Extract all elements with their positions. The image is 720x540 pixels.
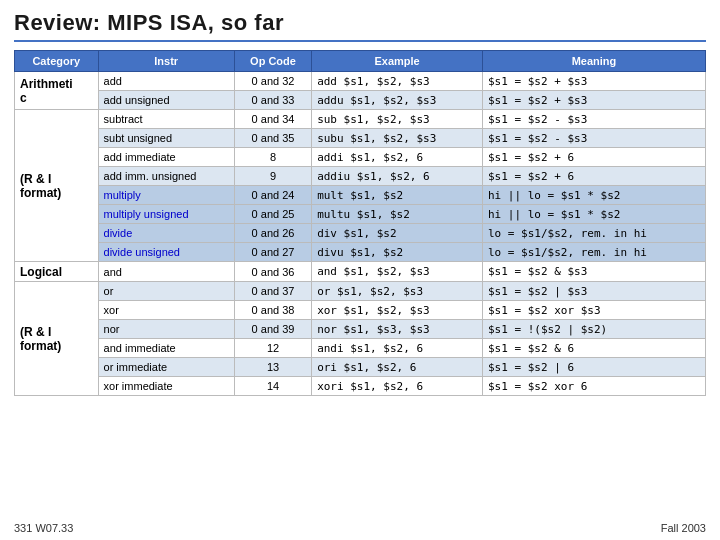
instr-cell: xor [98, 301, 234, 320]
col-header-instr: Instr [98, 51, 234, 72]
meaning-cell: $s1 = $s2 xor $s3 [482, 301, 705, 320]
category-cell: (R & Iformat) [15, 282, 99, 396]
example-cell: div $s1, $s2 [312, 224, 483, 243]
instr-cell: add immediate [98, 148, 234, 167]
col-header-meaning: Meaning [482, 51, 705, 72]
instr-cell: or immediate [98, 358, 234, 377]
meaning-cell: $s1 = !($s2 | $s2) [482, 320, 705, 339]
opcode-cell: 12 [234, 339, 311, 358]
example-cell: mult $s1, $s2 [312, 186, 483, 205]
instr-cell: add [98, 72, 234, 91]
meaning-cell: $s1 = $s2 | 6 [482, 358, 705, 377]
table-row: (R & Iformat)or0 and 37or $s1, $s2, $s3$… [15, 282, 706, 301]
table-row: nor0 and 39nor $s1, $s3, $s3$s1 = !($s2 … [15, 320, 706, 339]
table-header-row: Category Instr Op Code Example Meaning [15, 51, 706, 72]
instr-cell: add imm. unsigned [98, 167, 234, 186]
page-title: Review: MIPS ISA, so far [14, 10, 284, 36]
table-row: or immediate13ori $s1, $s2, 6$s1 = $s2 |… [15, 358, 706, 377]
opcode-cell: 0 and 25 [234, 205, 311, 224]
category-cell: Logical [15, 262, 99, 282]
instr-cell: divide [98, 224, 234, 243]
instr-cell: xor immediate [98, 377, 234, 396]
opcode-cell: 0 and 33 [234, 91, 311, 110]
opcode-cell: 0 and 36 [234, 262, 311, 282]
col-header-category: Category [15, 51, 99, 72]
footer: 331 W07.33 Fall 2003 [14, 522, 706, 534]
example-cell: or $s1, $s2, $s3 [312, 282, 483, 301]
table-row: add immediate8addi $s1, $s2, 6$s1 = $s2 … [15, 148, 706, 167]
opcode-cell: 0 and 35 [234, 129, 311, 148]
example-cell: nor $s1, $s3, $s3 [312, 320, 483, 339]
instr-cell: multiply [98, 186, 234, 205]
example-cell: add $s1, $s2, $s3 [312, 72, 483, 91]
table-row: add imm. unsigned9addiu $s1, $s2, 6$s1 =… [15, 167, 706, 186]
opcode-cell: 8 [234, 148, 311, 167]
opcode-cell: 9 [234, 167, 311, 186]
instr-cell: divide unsigned [98, 243, 234, 262]
category-cell: Arithmetic [15, 72, 99, 110]
meaning-cell: $s1 = $s2 & 6 [482, 339, 705, 358]
meaning-cell: $s1 = $s2 & $s3 [482, 262, 705, 282]
opcode-cell: 0 and 24 [234, 186, 311, 205]
example-cell: addu $s1, $s2, $s3 [312, 91, 483, 110]
meaning-cell: $s1 = $s2 + 6 [482, 148, 705, 167]
table-row: xor0 and 38xor $s1, $s2, $s3$s1 = $s2 xo… [15, 301, 706, 320]
opcode-cell: 0 and 39 [234, 320, 311, 339]
table-row: multiply0 and 24mult $s1, $s2hi || lo = … [15, 186, 706, 205]
instr-cell: multiply unsigned [98, 205, 234, 224]
meaning-cell: $s1 = $s2 + $s3 [482, 91, 705, 110]
table-row: Logicaland0 and 36and $s1, $s2, $s3$s1 =… [15, 262, 706, 282]
example-cell: divu $s1, $s2 [312, 243, 483, 262]
instr-cell: and immediate [98, 339, 234, 358]
meaning-cell: lo = $s1/$s2, rem. in hi [482, 243, 705, 262]
table-row: and immediate12andi $s1, $s2, 6$s1 = $s2… [15, 339, 706, 358]
opcode-cell: 13 [234, 358, 311, 377]
example-cell: addi $s1, $s2, 6 [312, 148, 483, 167]
example-cell: subu $s1, $s2, $s3 [312, 129, 483, 148]
opcode-cell: 0 and 32 [234, 72, 311, 91]
table-row: divide unsigned0 and 27divu $s1, $s2lo =… [15, 243, 706, 262]
example-cell: and $s1, $s2, $s3 [312, 262, 483, 282]
opcode-cell: 0 and 34 [234, 110, 311, 129]
example-cell: addiu $s1, $s2, 6 [312, 167, 483, 186]
instr-cell: subt unsigned [98, 129, 234, 148]
table-row: add unsigned0 and 33addu $s1, $s2, $s3$s… [15, 91, 706, 110]
meaning-cell: $s1 = $s2 - $s3 [482, 129, 705, 148]
col-header-example: Example [312, 51, 483, 72]
instr-cell: and [98, 262, 234, 282]
meaning-cell: $s1 = $s2 + 6 [482, 167, 705, 186]
instr-cell: nor [98, 320, 234, 339]
example-cell: andi $s1, $s2, 6 [312, 339, 483, 358]
table-row: xor immediate14xori $s1, $s2, 6$s1 = $s2… [15, 377, 706, 396]
opcode-cell: 14 [234, 377, 311, 396]
meaning-cell: lo = $s1/$s2, rem. in hi [482, 224, 705, 243]
instr-cell: add unsigned [98, 91, 234, 110]
meaning-cell: $s1 = $s2 | $s3 [482, 282, 705, 301]
isa-table: Category Instr Op Code Example Meaning A… [14, 50, 706, 396]
meaning-cell: $s1 = $s2 - $s3 [482, 110, 705, 129]
table-row: (R & Iformat)subtract0 and 34sub $s1, $s… [15, 110, 706, 129]
example-cell: ori $s1, $s2, 6 [312, 358, 483, 377]
title-bar: Review: MIPS ISA, so far [14, 10, 706, 42]
footer-left: 331 W07.33 [14, 522, 73, 534]
example-cell: multu $s1, $s2 [312, 205, 483, 224]
table-row: divide0 and 26div $s1, $s2lo = $s1/$s2, … [15, 224, 706, 243]
example-cell: sub $s1, $s2, $s3 [312, 110, 483, 129]
table-row: multiply unsigned0 and 25multu $s1, $s2h… [15, 205, 706, 224]
example-cell: xori $s1, $s2, 6 [312, 377, 483, 396]
main-page: Review: MIPS ISA, so far Category Instr … [0, 0, 720, 540]
category-cell: (R & Iformat) [15, 110, 99, 262]
opcode-cell: 0 and 38 [234, 301, 311, 320]
col-header-opcode: Op Code [234, 51, 311, 72]
opcode-cell: 0 and 37 [234, 282, 311, 301]
table-row: Arithmeticadd0 and 32add $s1, $s2, $s3$s… [15, 72, 706, 91]
instr-cell: or [98, 282, 234, 301]
meaning-cell: $s1 = $s2 + $s3 [482, 72, 705, 91]
example-cell: xor $s1, $s2, $s3 [312, 301, 483, 320]
meaning-cell: hi || lo = $s1 * $s2 [482, 186, 705, 205]
table-row: subt unsigned0 and 35subu $s1, $s2, $s3$… [15, 129, 706, 148]
opcode-cell: 0 and 26 [234, 224, 311, 243]
instr-cell: subtract [98, 110, 234, 129]
footer-right: Fall 2003 [661, 522, 706, 534]
meaning-cell: $s1 = $s2 xor 6 [482, 377, 705, 396]
